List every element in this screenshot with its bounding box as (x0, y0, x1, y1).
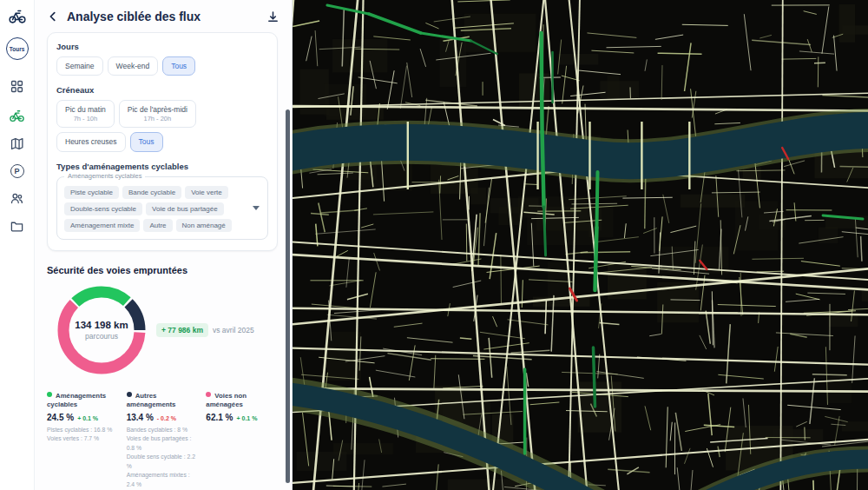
types-label: Types d'aménagements cyclables (56, 162, 268, 171)
stat-value: 13.4 % (127, 413, 154, 422)
download-button[interactable] (266, 10, 279, 23)
jours-filter-group: Jours Semaine Week-end Tous (56, 42, 268, 76)
jours-option-tous[interactable]: Tous (162, 56, 195, 76)
stat-details: Pistes cyclables : 16.8 % Voies vertes :… (47, 426, 119, 444)
jours-label: Jours (56, 42, 268, 51)
icon-rail: Tours P (0, 0, 35, 490)
creneau-label: Pic du matin (65, 105, 106, 114)
tours-brand-logo[interactable]: Tours (6, 37, 29, 60)
map-canvas[interactable] (293, 0, 868, 490)
creneaux-filter-group: Créneaux Pic du matin 7h - 10h Pic de l'… (56, 85, 268, 151)
donut-center-label: parcourus (85, 332, 118, 341)
apps-grid-icon[interactable] (10, 79, 24, 94)
back-button[interactable] (47, 10, 59, 23)
creneau-sub: 7h - 10h (65, 115, 106, 122)
chip-voie-verte[interactable]: Voie verte (185, 186, 228, 199)
stat-autres-amenagements: Autres aménagements 13.4 % - 0.2 % Bande… (127, 392, 199, 490)
map-icon[interactable] (10, 136, 24, 151)
legend-dot-autres (127, 392, 132, 397)
creneau-label: Tous (139, 137, 155, 146)
chip-amenagement-mixte[interactable]: Aménagement mixte (64, 219, 140, 232)
bike-flows-icon[interactable] (9, 107, 25, 123)
donut-center-value: 134 198 km (75, 320, 128, 330)
analysis-panel: Analyse ciblée des flux Jours Semaine We… (35, 0, 293, 490)
delta-badge: + 77 986 km (156, 323, 208, 337)
panel-scrollbar (286, 109, 290, 483)
chevron-down-icon[interactable] (253, 206, 260, 210)
stat-delta: + 0.1 % (77, 415, 98, 421)
scrollbar-thumb[interactable] (286, 109, 290, 483)
chip-bande-cyclable[interactable]: Bande cyclable (122, 186, 181, 199)
creneau-pic-apres-midi[interactable]: Pic de l'après-midi 17h - 20h (119, 100, 196, 128)
stat-details: Bandes cyclables : 8 % Voies de bus part… (127, 426, 199, 490)
donut-row: 134 198 km parcourus + 77 986 km vs avri… (47, 279, 278, 381)
parking-letter: P (10, 164, 24, 178)
security-section: Sécurité des voies empruntées 134 198 km… (35, 265, 292, 490)
filters-card: Jours Semaine Week-end Tous Créneaux Pic… (47, 32, 278, 251)
creneau-heures-creuses[interactable]: Heures creuses (56, 132, 126, 151)
stat-voies-non-amenagees: Voies non aménagées 62.1 % + 0.1 % (206, 392, 278, 490)
users-icon[interactable] (10, 191, 24, 206)
delta-context: vs avril 2025 (213, 326, 254, 334)
security-stats: Aménagements cyclables 24.5 % + 0.1 % Pi… (47, 392, 278, 490)
app-window: Tours P (0, 0, 868, 490)
jours-option-weekend[interactable]: Week-end (108, 56, 159, 76)
creneau-label: Pic de l'après-midi (128, 105, 187, 114)
folder-icon[interactable] (10, 219, 24, 234)
creneau-label: Heures creuses (65, 137, 117, 146)
jours-option-semaine[interactable]: Semaine (56, 56, 103, 76)
donut-chart: 134 198 km parcourus (50, 279, 153, 381)
app-logo-bike-icon (8, 6, 27, 25)
multiselect-floating-label: Aménagements cyclables (64, 172, 145, 180)
creneau-sub: 17h - 20h (128, 115, 187, 122)
parking-icon[interactable]: P (10, 164, 24, 178)
amenagements-multiselect[interactable]: Aménagements cyclables Piste cyclable Ba… (56, 176, 268, 240)
chip-voie-bus-partagee[interactable]: Voie de bus partagée (146, 202, 224, 215)
stat-label: Aménagements cyclables (47, 392, 106, 408)
stat-value: 62.1 % (206, 413, 233, 422)
creneaux-label: Créneaux (56, 85, 268, 95)
creneau-pic-matin[interactable]: Pic du matin 7h - 10h (56, 100, 115, 128)
legend-dot-cyclables (47, 392, 52, 397)
brand-label: Tours (10, 46, 25, 52)
chip-piste-cyclable[interactable]: Piste cyclable (64, 186, 119, 199)
page-title: Analyse ciblée des flux (67, 10, 259, 23)
stat-amenagements-cyclables: Aménagements cyclables 24.5 % + 0.1 % Pi… (47, 392, 119, 490)
stat-label: Autres aménagements (127, 392, 176, 408)
creneau-tous[interactable]: Tous (130, 132, 163, 151)
security-title: Sécurité des voies empruntées (47, 265, 278, 275)
delta-wrap: + 77 986 km vs avril 2025 (156, 323, 254, 337)
legend-dot-non-amenagees (206, 392, 211, 397)
stat-value: 24.5 % (47, 413, 74, 422)
chip-non-amenage[interactable]: Non aménagé (176, 219, 232, 232)
stat-delta: + 0.1 % (236, 415, 257, 421)
chip-autre[interactable]: Autre (143, 219, 172, 232)
chip-double-sens-cyclable[interactable]: Double-sens cyclable (64, 202, 142, 215)
panel-header: Analyse ciblée des flux (35, 0, 292, 30)
types-filter-group: Types d'aménagements cyclables Aménageme… (56, 162, 268, 240)
map-svg (293, 0, 868, 490)
stat-label: Voies non aménagées (206, 392, 247, 408)
stat-delta: - 0.2 % (157, 415, 176, 421)
